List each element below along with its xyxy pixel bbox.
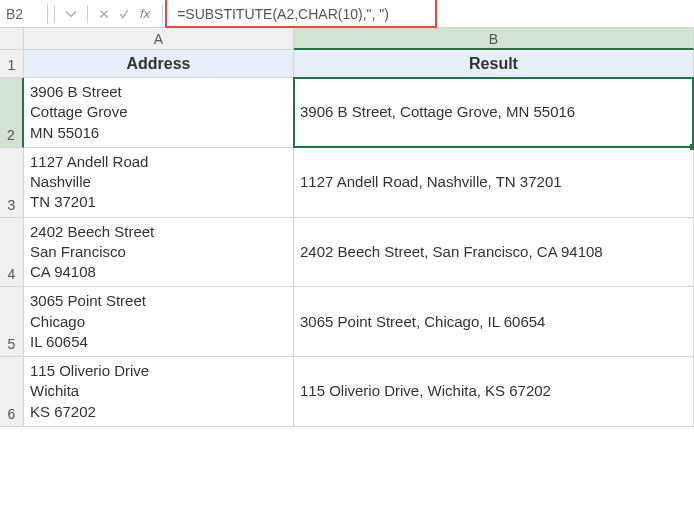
formula-bar: B2 fx (0, 0, 694, 28)
row-header-1[interactable]: 1 (0, 50, 24, 78)
spreadsheet-grid: A B 1 Address Result 2 3906 B Street Cot… (0, 28, 694, 427)
row-header-4[interactable]: 4 (0, 218, 24, 288)
cell-b2-text: 3906 B Street, Cottage Grove, MN 55016 (300, 102, 575, 122)
cell-a2[interactable]: 3906 B Street Cottage Grove MN 55016 (24, 78, 294, 148)
cell-a6[interactable]: 115 Oliverio Drive Wichita KS 67202 (24, 357, 294, 427)
cell-a3[interactable]: 1127 Andell Road Nashville TN 37201 (24, 148, 294, 218)
cancel-icon[interactable] (94, 4, 114, 24)
cell-b3[interactable]: 1127 Andell Road, Nashville, TN 37201 (294, 148, 694, 218)
cell-b2[interactable]: 3906 B Street, Cottage Grove, MN 55016 (294, 78, 694, 148)
fx-label[interactable]: fx (140, 6, 150, 21)
cell-b6[interactable]: 115 Oliverio Drive, Wichita, KS 67202 (294, 357, 694, 427)
cell-b5[interactable]: 3065 Point Street, Chicago, IL 60654 (294, 287, 694, 357)
enter-icon[interactable] (114, 4, 134, 24)
col-header-b[interactable]: B (294, 28, 694, 50)
cell-a4[interactable]: 2402 Beech Street San Francisco CA 94108 (24, 218, 294, 288)
header-result[interactable]: Result (294, 50, 694, 78)
col-header-a[interactable]: A (24, 28, 294, 50)
cell-b4[interactable]: 2402 Beech Street, San Francisco, CA 941… (294, 218, 694, 288)
select-all-corner[interactable] (0, 28, 24, 50)
cell-a5[interactable]: 3065 Point Street Chicago IL 60654 (24, 287, 294, 357)
row-header-2[interactable]: 2 (0, 78, 24, 148)
name-box[interactable]: B2 (0, 4, 48, 24)
header-address[interactable]: Address (24, 50, 294, 78)
row-header-6[interactable]: 6 (0, 357, 24, 427)
fill-handle[interactable] (690, 144, 694, 150)
row-header-5[interactable]: 5 (0, 287, 24, 357)
row-header-3[interactable]: 3 (0, 148, 24, 218)
dropdown-icon[interactable] (61, 4, 81, 24)
formula-input[interactable] (169, 0, 449, 27)
